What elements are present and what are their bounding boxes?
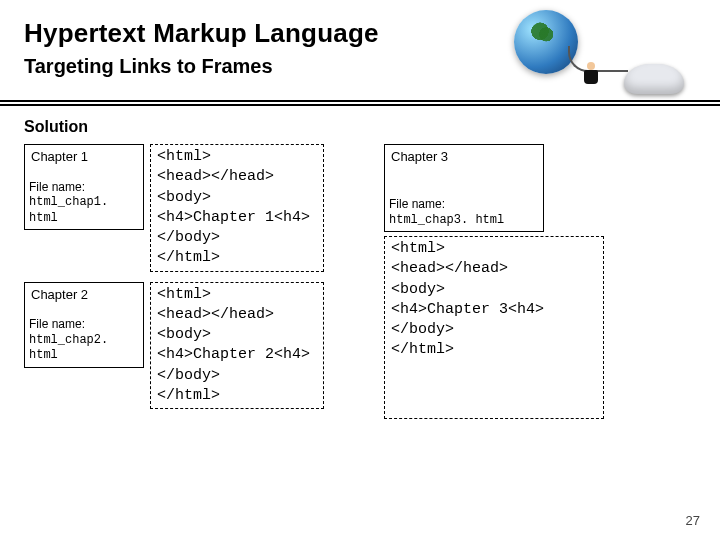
left-column: Chapter 1 File name: html_chap1. html <h… (24, 144, 324, 419)
file-name: html_chap3. html (389, 213, 504, 227)
chapter-3-code: <html> <head></head> <body> <h4>Chapter … (384, 236, 604, 419)
card-title: Chapter 3 (391, 149, 448, 164)
file-label: File name: (29, 180, 143, 194)
globe-icon (514, 10, 578, 74)
chapter-1-code: <html> <head></head> <body> <h4>Chapter … (150, 144, 324, 272)
chapter-2-code: <html> <head></head> <body> <h4>Chapter … (150, 282, 324, 410)
solution-heading: Solution (24, 118, 696, 136)
file-name: html_chap2. html (29, 333, 108, 362)
file-label: File name: (389, 197, 504, 211)
file-name: html_chap1. html (29, 195, 108, 224)
chapter-1-row: Chapter 1 File name: html_chap1. html <h… (24, 144, 324, 272)
file-label: File name: (29, 317, 143, 331)
person-icon (582, 62, 600, 84)
header-decoration (458, 6, 698, 96)
file-info: File name: html_chap3. html (389, 197, 504, 227)
chapter-2-card: Chapter 2 File name: html_chap2. html (24, 282, 144, 368)
file-info: File name: html_chap1. html (29, 180, 143, 225)
columns: Chapter 1 File name: html_chap1. html <h… (24, 144, 696, 419)
card-title: Chapter 2 (31, 287, 88, 302)
content-area: Solution Chapter 1 File name: html_chap1… (24, 118, 696, 522)
file-info: File name: html_chap2. html (29, 317, 143, 362)
card-title: Chapter 1 (31, 149, 88, 164)
page-number: 27 (686, 513, 700, 528)
mouse-icon (624, 64, 684, 94)
chapter-3-card: Chapter 3 File name: html_chap3. html (384, 144, 544, 232)
chapter-2-row: Chapter 2 File name: html_chap2. html <h… (24, 282, 324, 410)
divider (0, 100, 720, 106)
right-column: Chapter 3 File name: html_chap3. html <h… (384, 144, 684, 419)
chapter-1-card: Chapter 1 File name: html_chap1. html (24, 144, 144, 230)
slide: Hypertext Markup Language Targeting Link… (0, 0, 720, 540)
